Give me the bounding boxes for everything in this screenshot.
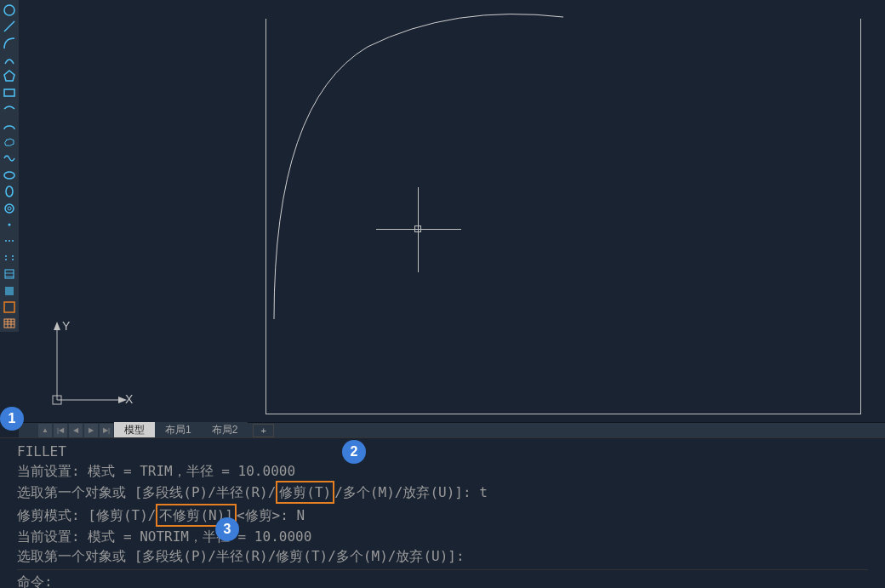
callout-3: 3 [215,517,239,541]
command-line: 当前设置: 模式 = NOTRIM，半径 = 10.0000 [17,527,868,546]
ucs-x-label: X [125,392,134,406]
svg-point-12 [5,255,7,257]
arc3-tool[interactable] [2,101,17,116]
svg-point-5 [6,186,13,197]
hatch-tool[interactable] [2,267,17,282]
svg-rect-20 [4,302,14,312]
option-trim-highlight: 修剪(T) [276,481,334,504]
table-tool[interactable] [2,317,17,331]
command-history: FILLET 当前设置: 模式 = TRIM，半径 = 10.0000 选取第一… [0,437,885,588]
revcloud-tool[interactable] [2,134,17,149]
arc-tool[interactable] [2,36,17,50]
ellipse-tool[interactable] [2,168,17,182]
callout-2: 2 [342,440,366,464]
layout-tabs-bar: ▲ |◀ ◀ ▶ ▶| 模型 布局1 布局2 + [19,422,885,437]
svg-point-8 [9,223,11,225]
svg-point-9 [5,240,7,242]
arc2-tool[interactable] [2,52,17,66]
circle-tool[interactable] [2,3,17,17]
point-tool[interactable] [2,217,17,231]
line-tool[interactable] [2,19,17,33]
measure-tool[interactable] [2,250,17,265]
tab-first-button[interactable]: |◀ [54,424,67,437]
svg-marker-2 [4,71,14,81]
ellipse2-tool[interactable] [2,184,17,198]
tab-prev-button[interactable]: ◀ [69,424,83,437]
command-prompt[interactable]: 命令: [17,569,868,588]
drawing-canvas[interactable]: Y X [19,0,885,422]
svg-marker-27 [54,322,60,330]
cursor-crosshair [376,187,461,272]
svg-point-15 [12,259,14,260]
svg-rect-3 [4,89,14,96]
svg-point-7 [8,207,11,210]
tab-layout1[interactable]: 布局1 [155,422,202,438]
command-line: 选取第一个对象或 [多段线(P)/半径(R)/修剪(T)/多个(M)/放弃(U)… [17,481,868,504]
spline-tool[interactable] [2,151,17,166]
donut-tool[interactable] [2,201,17,215]
svg-point-13 [12,255,14,257]
svg-point-10 [9,240,10,242]
svg-point-6 [5,204,14,213]
ucs-indicator: Y X [40,315,134,408]
drawn-arc [266,0,580,323]
svg-line-1 [4,21,14,31]
svg-point-4 [4,172,14,179]
tab-model[interactable]: 模型 [114,422,155,438]
callout-1: 1 [0,407,24,431]
command-name: FILLET [17,442,868,461]
svg-point-14 [5,259,7,260]
svg-rect-21 [4,319,14,328]
svg-point-11 [12,240,14,242]
command-line: 选取第一个对象或 [多段线(P)/半径(R)/修剪(T)/多个(M)/放弃(U)… [17,546,868,566]
rectangle-tool[interactable] [2,85,17,100]
tab-add-button[interactable]: + [253,424,273,437]
ellipse-arc-tool[interactable] [2,118,17,133]
tab-next-button[interactable]: ▶ [84,424,98,437]
polygon-tool[interactable] [2,69,17,83]
tab-lock-icon[interactable]: ▲ [38,424,52,437]
ucs-y-label: Y [62,319,71,333]
gradient-tool[interactable] [2,283,17,298]
draw-toolbar [0,0,19,332]
command-line: 修剪模式: [修剪(T)/不修剪(N)]<修剪>: N [17,504,868,527]
tab-layout2[interactable]: 布局2 [202,422,248,438]
svg-rect-19 [5,287,14,295]
divide-tool[interactable] [2,234,17,248]
svg-point-0 [4,5,14,15]
region-tool[interactable] [2,300,17,314]
command-line: 当前设置: 模式 = TRIM，半径 = 10.0000 [17,461,868,481]
svg-rect-16 [5,270,14,278]
tab-last-button[interactable]: ▶| [100,424,113,437]
